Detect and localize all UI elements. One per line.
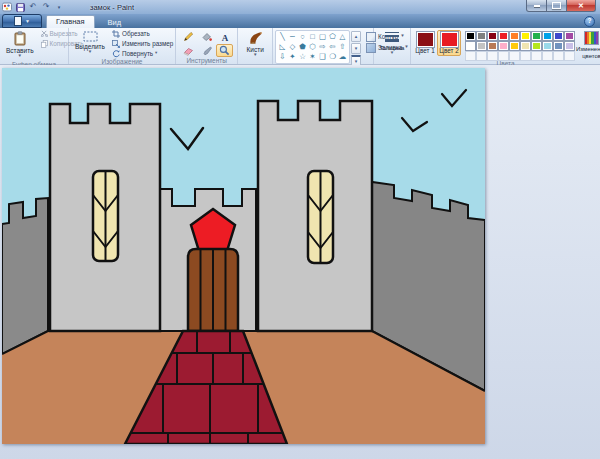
palette-turquoise[interactable]	[542, 31, 553, 41]
castle-door	[188, 249, 238, 331]
cloud-callout-shape[interactable]: ☁	[338, 52, 347, 62]
group-image: Выделить ▼ Обрезать Изменить размер Пове…	[69, 28, 176, 64]
palette-blue-gray[interactable]	[553, 41, 564, 51]
resize-button[interactable]: Изменить размер	[111, 39, 174, 48]
window-title: замок - Paint	[90, 3, 134, 12]
help-button[interactable]: ?	[584, 16, 595, 27]
edit-colors-label: Изменение цветов	[576, 46, 600, 60]
fill-tool-button[interactable]	[198, 30, 215, 43]
selection-rectangle-icon	[83, 31, 98, 42]
left-arrow-shape[interactable]: ⇦	[328, 42, 337, 52]
paint-menu-icon	[14, 16, 22, 26]
palette-white[interactable]	[465, 41, 476, 51]
palette-rose[interactable]	[498, 41, 509, 51]
palette-gold[interactable]	[509, 41, 520, 51]
palette-lavender[interactable]	[564, 41, 575, 51]
tab-home[interactable]: Главная	[46, 15, 95, 28]
palette-yellow[interactable]	[520, 31, 531, 41]
eraser-tool-button[interactable]	[180, 44, 197, 57]
color1-button[interactable]: Цвет 1	[413, 30, 437, 56]
tab-view[interactable]: Вид	[99, 16, 131, 28]
paint-app-icon[interactable]	[2, 2, 12, 12]
pencil-tool-button[interactable]	[180, 30, 197, 43]
four-point-star-shape[interactable]: ✦	[288, 52, 297, 62]
close-button[interactable]: ✕	[566, 0, 596, 12]
palette-light-yellow[interactable]	[520, 41, 531, 51]
palette-black[interactable]	[465, 31, 476, 41]
maximize-button[interactable]	[547, 0, 566, 12]
thickness-button[interactable]: Толщина ▼	[376, 29, 409, 58]
palette-light-turquoise[interactable]	[542, 41, 553, 51]
chevron-down-icon: ▾	[155, 51, 157, 56]
right-arrow-shape[interactable]: ⇨	[318, 42, 327, 52]
pentagon-shape[interactable]: ⬟	[298, 42, 307, 52]
qat-customize-caret-icon[interactable]: ▾	[54, 2, 64, 12]
edit-colors-button[interactable]: Изменение цветов	[576, 30, 600, 60]
workspace	[0, 65, 600, 459]
curve-shape[interactable]: ∼	[288, 32, 297, 42]
palette-brown[interactable]	[487, 41, 498, 51]
diamond-shape[interactable]: ◇	[288, 42, 297, 52]
resize-icon	[112, 40, 120, 48]
five-point-star-shape[interactable]: ☆	[298, 52, 307, 62]
left-tower-window	[93, 171, 118, 261]
hexagon-shape[interactable]: ⬡	[308, 42, 317, 52]
rotate-icon	[112, 50, 120, 58]
palette-orange[interactable]	[509, 31, 520, 41]
line-shape[interactable]: ╲	[278, 32, 287, 42]
minimize-button[interactable]	[526, 0, 547, 12]
down-arrow-shape[interactable]: ⇩	[278, 52, 287, 62]
color-picker-tool-button[interactable]	[198, 44, 215, 57]
rounded-callout-shape[interactable]: ❑	[318, 52, 327, 62]
up-arrow-shape[interactable]: ⇧	[338, 42, 347, 52]
title-bar: ↶ ↷ ▾ замок - Paint ✕	[0, 0, 600, 14]
palette-dark-red[interactable]	[487, 31, 498, 41]
text-tool-button[interactable]: A	[216, 30, 233, 43]
application-menu-button[interactable]: ▼	[2, 14, 42, 28]
shapes-scroll-buttons: ▴ ▾ ▾	[351, 31, 361, 67]
triangle-shape[interactable]: △	[338, 32, 347, 42]
color2-button[interactable]: Цвет 2	[437, 30, 461, 56]
rotate-button[interactable]: Повернуть ▾	[111, 49, 174, 58]
right-triangle-shape[interactable]: ◺	[278, 42, 287, 52]
group-clipboard: Вставить ▼ Вырезать Копировать Буфер обм…	[0, 28, 69, 64]
rounded-rectangle-shape[interactable]: ▢	[318, 32, 327, 42]
undo-icon[interactable]: ↶	[28, 2, 38, 12]
paint-window: ↶ ↷ ▾ замок - Paint ✕ ▼ Главная Вид ? Вс…	[0, 0, 600, 459]
crop-button[interactable]: Обрезать	[111, 29, 174, 38]
window-controls: ✕	[526, 0, 596, 12]
chevron-down-icon: ▼	[25, 19, 30, 24]
group-brushes: Кисти ▼	[238, 28, 273, 64]
quick-access-toolbar: ↶ ↷ ▾	[2, 2, 64, 12]
color1-label: Цвет 1	[415, 48, 435, 55]
palette-purple[interactable]	[564, 31, 575, 41]
magnifier-tool-button[interactable]	[216, 44, 233, 57]
six-point-star-shape[interactable]: ✶	[308, 52, 317, 62]
drawing-canvas[interactable]	[2, 68, 485, 444]
palette-lime[interactable]	[531, 41, 542, 51]
oval-callout-shape[interactable]: ❍	[328, 52, 337, 62]
oval-shape[interactable]: ○	[298, 32, 307, 42]
ribbon: Вставить ▼ Вырезать Копировать Буфер обм…	[0, 28, 600, 65]
rotate-label: Повернуть	[122, 50, 153, 57]
palette-green[interactable]	[531, 31, 542, 41]
redo-icon[interactable]: ↷	[41, 2, 51, 12]
shapes-scroll-up-button[interactable]: ▴	[351, 31, 361, 42]
color2-swatch	[441, 32, 458, 47]
palette-gray[interactable]	[476, 31, 487, 41]
paste-button[interactable]: Вставить ▼	[2, 29, 38, 61]
brushes-button[interactable]: Кисти ▼	[243, 29, 268, 60]
right-tower-window	[308, 171, 333, 263]
palette-red[interactable]	[498, 31, 509, 41]
save-icon[interactable]	[15, 2, 25, 12]
chevron-down-icon: ▼	[253, 53, 257, 58]
select-button[interactable]: Выделить ▼	[71, 29, 109, 57]
palette-indigo[interactable]	[553, 31, 564, 41]
group-thickness: Толщина ▼	[374, 28, 411, 64]
polygon-shape[interactable]: ⬠	[328, 32, 337, 42]
line-thickness-icon	[384, 31, 400, 44]
left-rampart-wall	[2, 198, 48, 354]
shapes-scroll-down-button[interactable]: ▾	[351, 43, 361, 54]
palette-light-gray[interactable]	[476, 41, 487, 51]
rectangle-shape[interactable]: □	[308, 32, 317, 42]
